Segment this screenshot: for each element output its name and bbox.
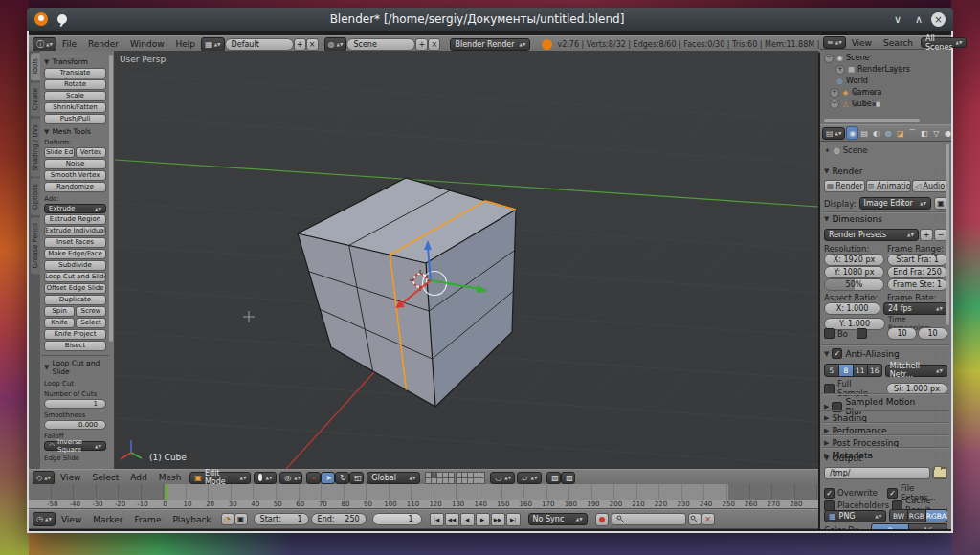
remap-old-field[interactable]: 10 xyxy=(887,327,917,340)
add-tool-button[interactable]: Loop Cut and Slide xyxy=(44,272,106,282)
mesh-tools-panel-header[interactable]: ▼Mesh Tools xyxy=(44,127,106,136)
frame-end-field[interactable]: End Fra: 250 xyxy=(887,266,947,278)
frame-end-field[interactable]: End:250 xyxy=(311,513,367,525)
orientation-dropdown[interactable]: Global▲▼ xyxy=(367,472,420,484)
lock-time-icon[interactable]: ▣ xyxy=(234,513,248,525)
aspect-x-field[interactable]: X: 1.000 xyxy=(824,302,880,315)
view3d-menu-item[interactable]: Mesh xyxy=(153,473,188,482)
expand-icon[interactable]: − xyxy=(830,100,839,109)
add-scene-button[interactable]: + xyxy=(415,38,428,51)
transform-tool-button[interactable]: Rotate xyxy=(44,79,106,90)
frame-start-field[interactable]: Start Fra: 1 xyxy=(887,254,947,266)
add-tool-button[interactable]: Inset Faces xyxy=(44,237,106,248)
transform-tool-button[interactable]: Shrink/Fatten xyxy=(44,102,106,113)
browse-folder-button[interactable] xyxy=(932,467,947,479)
extrude-dropdown[interactable]: Extrude▲▼ xyxy=(44,204,106,213)
mesh-tool-button[interactable]: Bisect xyxy=(44,341,106,351)
file-format-dropdown[interactable]: ▦PNG▲▼ xyxy=(824,510,886,522)
world-tab[interactable]: ◍ xyxy=(883,127,894,139)
current-frame-line[interactable] xyxy=(166,484,167,500)
info-menu-item[interactable]: Render xyxy=(82,39,124,49)
output-path-field[interactable]: /tmp/ xyxy=(824,467,930,479)
render-animation-button[interactable]: ▥Animatio xyxy=(866,180,911,192)
layers-widget[interactable] xyxy=(426,473,454,483)
smoothness-field[interactable]: 0.000 xyxy=(44,420,106,430)
resolution-x-field[interactable]: X: 1920 px xyxy=(824,254,884,266)
outliner-row-scene[interactable]: − ◉ Scene xyxy=(824,53,869,63)
render-still-button[interactable]: ▦Render xyxy=(824,180,865,192)
editor-type-timeline-icon[interactable]: ◷▲▼ xyxy=(33,512,56,526)
editor-type-properties-icon[interactable]: ▤▲▼ xyxy=(822,127,845,140)
renderlayer-toggles[interactable]: ▏▏ xyxy=(894,66,904,74)
layers-widget-2[interactable] xyxy=(457,473,484,483)
deform-tool-button[interactable]: Smooth Vertex xyxy=(44,170,106,181)
info-menu-item[interactable]: File xyxy=(56,39,82,49)
pivot-point-dropdown[interactable]: ◎▲▼ xyxy=(279,472,302,484)
border-checkbox[interactable] xyxy=(824,328,835,339)
manipulator-translate-button[interactable]: ➤ xyxy=(321,472,335,484)
object-data-tab[interactable]: ▽ xyxy=(931,127,942,139)
render-opengl-button[interactable]: ▧ xyxy=(546,472,561,484)
display-dropdown[interactable]: Image Editor▲▼ xyxy=(859,197,931,210)
antialiasing-checkbox[interactable]: ✓ xyxy=(832,348,842,359)
aa-samples-segment[interactable]: 581116 xyxy=(824,364,882,377)
timeline-menu-item[interactable]: Playback xyxy=(167,515,216,524)
fps-dropdown[interactable]: 24 fps▲▼ xyxy=(883,302,947,315)
outliner-view-menu[interactable]: View xyxy=(846,38,878,48)
add-tool-button[interactable]: Subdivide xyxy=(44,260,106,271)
timeline-ruler[interactable]: -50-40-30-20-100102030405060708090100110… xyxy=(29,500,818,509)
add-tool-button[interactable]: Extrude Region xyxy=(44,214,106,225)
outliner-row-world[interactable]: ◍ World xyxy=(835,76,868,86)
auto-keyframe-record-button[interactable] xyxy=(595,513,609,526)
render-presets-dropdown[interactable]: Render Presets▲▼ xyxy=(824,229,919,241)
toolshelf-scrollbar[interactable] xyxy=(109,55,113,342)
resolution-percentage-slider[interactable]: 50% xyxy=(824,278,884,291)
editor-type-outliner-icon[interactable]: ≡▲▼ xyxy=(823,36,846,49)
transform-panel-header[interactable]: ▼Transform xyxy=(44,57,106,66)
jump-to-start-button[interactable]: |◀ xyxy=(430,513,444,526)
expand-icon[interactable]: − xyxy=(824,54,834,63)
object-tab[interactable]: ◪ xyxy=(895,127,905,139)
editor-type-info-icon[interactable]: ⓘ▲▼ xyxy=(33,37,56,52)
keying-set-field[interactable] xyxy=(612,513,686,525)
editor-type-3dview-icon[interactable]: ◇▲▼ xyxy=(33,471,55,485)
outliner-filter-dropdown[interactable]: All Scenes▲▼ xyxy=(921,37,967,48)
add-tool-button[interactable]: Extrude Individual xyxy=(44,226,106,236)
render-panel-header[interactable]: ▼Render⋮⋮ xyxy=(824,166,947,176)
sync-dropdown[interactable]: No Sync▲▼ xyxy=(528,513,588,525)
selectable-icon[interactable]: ↖ xyxy=(862,100,868,108)
properties-scrollbar[interactable] xyxy=(946,144,949,325)
timeline-canvas[interactable] xyxy=(29,484,818,501)
outliner-row-camera[interactable]: + ◆ Camera ◉↖▪ xyxy=(830,87,881,98)
add-preset-button[interactable]: + xyxy=(920,229,933,241)
remap-new-field[interactable]: 10 xyxy=(918,327,947,340)
timeline-menu-item[interactable]: View xyxy=(56,515,87,524)
transform-tool-button[interactable]: Translate xyxy=(44,68,106,78)
render-layers-tab[interactable]: ▤ xyxy=(859,127,870,139)
mesh-tool-button[interactable]: Knife Project xyxy=(44,329,106,340)
operator-panel-header[interactable]: ▼Loop Cut and Slide xyxy=(44,359,106,376)
close-scene-button[interactable]: × xyxy=(428,38,440,51)
slide-edge-button[interactable]: Slide Ed xyxy=(44,147,75,158)
output-panel-header[interactable]: ▼Output⋮⋮ xyxy=(824,454,947,463)
play-reverse-button[interactable]: ◀ xyxy=(460,513,475,526)
hide-icon[interactable]: ◉ xyxy=(853,89,858,97)
material-tab[interactable]: ● xyxy=(943,127,951,139)
view3d-menu-item[interactable]: View xyxy=(55,473,86,482)
toolshelf-tab[interactable]: Shading / UVs xyxy=(31,119,40,177)
expand-icon[interactable]: + xyxy=(835,65,845,75)
scene-tab[interactable]: ◐ xyxy=(871,127,881,139)
dimensions-panel-header[interactable]: ▼Dimensions⋮⋮ xyxy=(824,214,947,224)
info-menu-item[interactable]: Window xyxy=(124,39,170,49)
add-tool-button[interactable]: Make Edge/Face xyxy=(44,249,106,259)
view3d-menu-item[interactable]: Add xyxy=(124,473,152,482)
outliner-row-renderlayers[interactable]: + ▤ RenderLayers ▏▏ xyxy=(835,64,910,75)
render-engine-dropdown[interactable]: Blender Render▲▼ xyxy=(450,38,530,51)
pin-icon[interactable] xyxy=(57,14,67,24)
jump-to-end-button[interactable]: ▶| xyxy=(506,513,521,526)
close-layout-button[interactable]: × xyxy=(306,38,319,51)
screen-layout-icon[interactable]: ▦▲▼ xyxy=(201,37,224,52)
vertex-slide-button[interactable]: Vertex xyxy=(76,147,106,158)
add-layout-button[interactable]: + xyxy=(294,38,306,51)
screen-layout-field[interactable]: Default xyxy=(225,38,294,51)
